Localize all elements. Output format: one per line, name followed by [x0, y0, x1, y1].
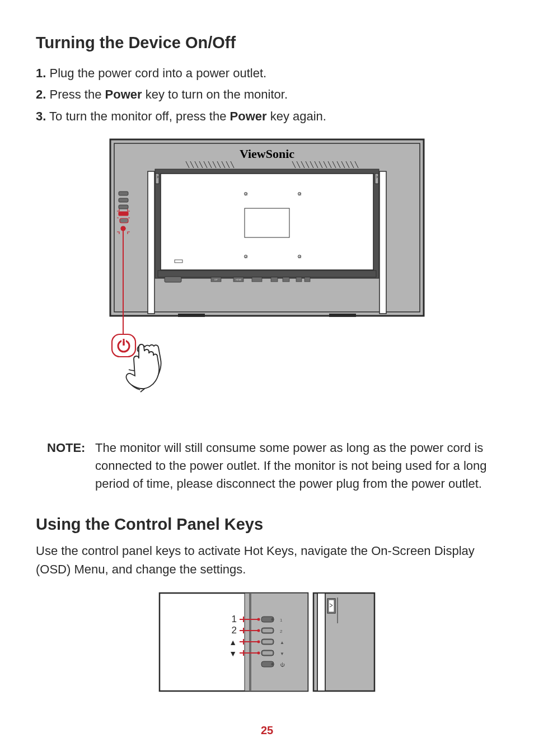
- svg-rect-90: [263, 640, 273, 643]
- section-heading-control-panel: Using the Control Panel Keys: [36, 515, 498, 534]
- step-text: key again.: [267, 109, 326, 123]
- key-label-up: ▲: [229, 638, 237, 647]
- step-text: Plug the power cord into a power outlet.: [49, 66, 266, 80]
- svg-text:DP: DP: [214, 278, 218, 281]
- svg-rect-53: [119, 205, 128, 209]
- svg-point-88: [257, 640, 260, 643]
- step-1: 1. Plug the power cord into a power outl…: [36, 63, 498, 83]
- svg-rect-57: [178, 314, 205, 317]
- svg-rect-51: [119, 192, 128, 195]
- svg-rect-96: [263, 651, 273, 655]
- power-key-word: Power: [105, 87, 142, 101]
- svg-text:1: 1: [280, 618, 283, 623]
- svg-rect-55: [120, 218, 128, 223]
- svg-text:⏻: ⏻: [280, 662, 285, 668]
- note-block: NOTE: The monitor will still consume som…: [47, 439, 498, 493]
- svg-rect-46: [283, 277, 289, 282]
- svg-rect-40: [158, 270, 376, 277]
- manual-page: Turning the Device On/Off 1. Plug the po…: [0, 0, 534, 756]
- step-number: 3.: [36, 109, 46, 123]
- svg-point-82: [257, 629, 260, 632]
- svg-rect-38: [380, 171, 386, 314]
- svg-rect-47: [296, 277, 302, 282]
- step-3: 3. To turn the monitor off, press the Po…: [36, 106, 498, 127]
- note-label: NOTE:: [47, 439, 91, 493]
- svg-text:▼: ▼: [280, 651, 284, 656]
- svg-rect-54: [119, 212, 128, 216]
- svg-text:HDMI: HDMI: [236, 278, 241, 281]
- svg-rect-44: [252, 277, 262, 282]
- svg-point-78: [271, 618, 274, 620]
- svg-rect-41: [165, 277, 181, 282]
- figure-monitor-diagram: ViewSonic: [36, 137, 498, 419]
- page-number: 25: [0, 724, 534, 737]
- step-text: To turn the monitor off, press the: [49, 109, 229, 123]
- power-key-word: Power: [230, 109, 267, 123]
- step-number: 2.: [36, 87, 46, 101]
- note-text: The monitor will still consume some powe…: [95, 439, 498, 493]
- svg-rect-52: [119, 198, 128, 202]
- step-2: 2. Press the Power key to turn on the mo…: [36, 85, 498, 105]
- figure-control-keys: 1 1 2 2 ▲: [36, 589, 498, 697]
- svg-rect-36: [148, 171, 154, 314]
- svg-point-94: [257, 651, 260, 654]
- power-icon: [112, 334, 135, 357]
- key-label-1: 1: [232, 614, 237, 624]
- svg-rect-45: [271, 277, 278, 282]
- step-text: key to turn on the monitor.: [142, 87, 288, 101]
- monitor-svg: ViewSonic: [107, 137, 427, 417]
- brand-label: ViewSonic: [240, 147, 294, 161]
- svg-rect-58: [329, 314, 356, 317]
- section-heading-power: Turning the Device On/Off: [36, 34, 498, 52]
- svg-rect-37: [156, 174, 159, 184]
- svg-point-99: [271, 662, 274, 665]
- svg-rect-70: [317, 593, 325, 691]
- key-label-2: 2: [232, 625, 237, 636]
- svg-text:▲: ▲: [280, 640, 284, 645]
- svg-rect-84: [263, 629, 273, 632]
- step-text: Press the: [49, 87, 105, 101]
- section2-paragraph: Use the control panel keys to activate H…: [36, 542, 498, 578]
- control-keys-svg: 1 1 2 2 ▲: [155, 589, 379, 695]
- svg-rect-48: [305, 277, 310, 282]
- key-label-down: ▼: [229, 649, 237, 658]
- svg-point-76: [257, 618, 260, 620]
- svg-rect-39: [375, 174, 378, 184]
- svg-text:2: 2: [280, 629, 283, 634]
- svg-rect-30: [245, 208, 289, 237]
- step-number: 1.: [36, 66, 46, 80]
